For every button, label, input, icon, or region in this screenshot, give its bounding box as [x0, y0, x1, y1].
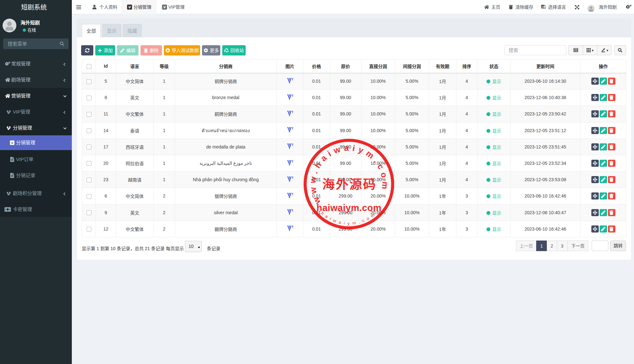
svg-text:a: a: [542, 5, 543, 8]
svg-text:海外源码: 海外源码: [322, 177, 376, 191]
svg-text:A: A: [544, 6, 545, 9]
svg-text:haiwaiym.com: haiwaiym.com: [317, 203, 381, 213]
